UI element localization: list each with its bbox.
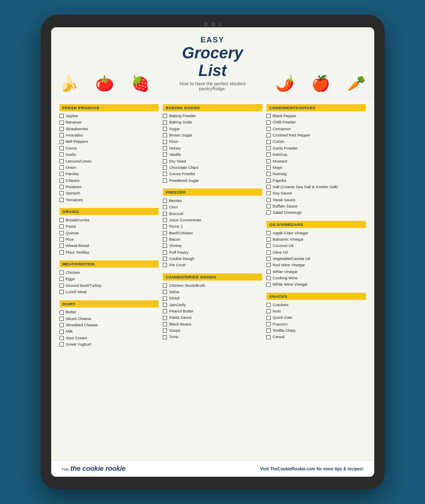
item-label: Chocolate Chips (169, 165, 198, 170)
checkbox[interactable] (163, 284, 167, 288)
checkbox[interactable] (266, 250, 271, 255)
checkbox[interactable] (163, 152, 167, 157)
checkbox[interactable] (60, 310, 64, 315)
checkbox[interactable] (266, 244, 271, 248)
list-item: Black Pepper (266, 113, 366, 119)
checkbox[interactable] (163, 146, 167, 150)
checkbox[interactable] (266, 316, 271, 320)
checkbox[interactable] (266, 276, 271, 280)
checkbox[interactable] (266, 172, 271, 176)
checkbox[interactable] (60, 114, 64, 118)
checkbox[interactable] (266, 121, 271, 125)
checkbox[interactable] (60, 237, 64, 242)
checkbox[interactable] (163, 172, 167, 176)
checkbox[interactable] (266, 328, 271, 333)
checkbox[interactable] (266, 198, 271, 202)
checkbox[interactable] (60, 191, 64, 195)
checkbox[interactable] (60, 277, 64, 281)
checkbox[interactable] (163, 199, 167, 203)
checkbox[interactable] (266, 322, 271, 326)
checkbox[interactable] (266, 270, 271, 274)
checkbox[interactable] (60, 165, 64, 170)
checkbox[interactable] (60, 218, 64, 222)
checkbox[interactable] (266, 114, 271, 118)
checkbox[interactable] (266, 133, 271, 137)
list-item: Juice Concentrate (163, 217, 262, 223)
checkbox[interactable] (266, 237, 271, 242)
checkbox[interactable] (163, 140, 167, 144)
checkbox[interactable] (60, 159, 64, 163)
checkbox[interactable] (60, 224, 64, 228)
checkbox[interactable] (266, 283, 271, 287)
checkbox[interactable] (60, 231, 64, 235)
checkbox[interactable] (266, 159, 271, 163)
checkbox[interactable] (163, 263, 167, 267)
checkbox[interactable] (163, 322, 167, 326)
checkbox[interactable] (163, 133, 167, 137)
checkbox[interactable] (60, 133, 64, 137)
checkbox[interactable] (266, 152, 271, 157)
checkbox[interactable] (266, 210, 271, 215)
checkbox[interactable] (163, 316, 167, 320)
checkbox[interactable] (60, 284, 64, 288)
checkbox[interactable] (163, 237, 167, 242)
checkbox[interactable] (60, 317, 64, 321)
checkbox[interactable] (266, 204, 271, 208)
checkbox[interactable] (60, 140, 64, 144)
checkbox[interactable] (163, 218, 167, 222)
checkbox[interactable] (163, 303, 167, 307)
checkbox[interactable] (163, 159, 167, 163)
checkbox[interactable] (163, 257, 167, 261)
checkbox[interactable] (60, 121, 64, 125)
checkbox[interactable] (163, 309, 167, 313)
checkbox[interactable] (60, 152, 64, 157)
checkbox[interactable] (60, 270, 64, 275)
checkbox[interactable] (266, 263, 271, 267)
checkbox[interactable] (163, 127, 167, 131)
checkbox[interactable] (60, 172, 64, 176)
checkbox[interactable] (163, 335, 167, 339)
checkbox[interactable] (60, 323, 64, 327)
checkbox[interactable] (266, 185, 271, 189)
checkbox[interactable] (266, 127, 271, 131)
checkbox[interactable] (163, 178, 167, 183)
checkbox[interactable] (60, 330, 64, 334)
checkbox[interactable] (163, 165, 167, 170)
checkbox[interactable] (266, 191, 271, 195)
checkbox[interactable] (60, 336, 64, 340)
checkbox[interactable] (60, 146, 64, 150)
checkbox[interactable] (163, 250, 167, 255)
checkbox[interactable] (60, 250, 64, 255)
checkbox[interactable] (266, 146, 271, 150)
item-label: Cocoa Powder (169, 171, 195, 176)
footer-logo: THE the cookie rookie (62, 465, 126, 472)
checkbox[interactable] (60, 342, 64, 346)
checkbox[interactable] (60, 290, 64, 294)
checkbox[interactable] (163, 297, 167, 301)
checkbox[interactable] (163, 290, 167, 294)
checkbox[interactable] (163, 114, 167, 118)
checkbox[interactable] (266, 140, 271, 144)
checkbox[interactable] (266, 165, 271, 170)
checkbox[interactable] (60, 185, 64, 189)
checkbox[interactable] (266, 309, 271, 313)
checkbox[interactable] (163, 328, 167, 333)
checkbox[interactable] (163, 244, 167, 248)
checkbox[interactable] (266, 335, 271, 339)
checkbox[interactable] (60, 178, 64, 183)
checkbox[interactable] (266, 303, 271, 307)
checkbox[interactable] (60, 198, 64, 202)
checkbox[interactable] (163, 212, 167, 216)
section-condiments-spices: CONDIMENTS/SPICESBlack PepperChilli Powd… (266, 104, 366, 216)
checkbox[interactable] (163, 121, 167, 125)
checkbox[interactable] (163, 231, 167, 235)
checkbox[interactable] (266, 257, 271, 261)
checkbox[interactable] (163, 205, 167, 209)
item-label: Wheat Bread (66, 243, 89, 248)
checkbox[interactable] (163, 224, 167, 228)
list-item: Honey (163, 145, 262, 151)
checkbox[interactable] (60, 244, 64, 248)
checkbox[interactable] (60, 127, 64, 131)
checkbox[interactable] (266, 178, 271, 183)
checkbox[interactable] (266, 231, 271, 235)
